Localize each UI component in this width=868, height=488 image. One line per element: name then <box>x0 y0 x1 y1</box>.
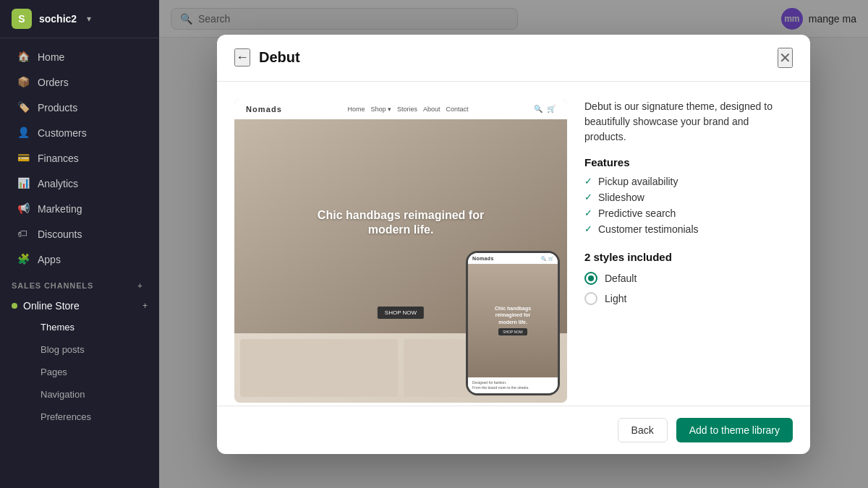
radio-circle-default <box>584 272 597 285</box>
products-icon: 🏷️ <box>17 101 30 114</box>
sidebar-item-analytics[interactable]: 📊 Analytics <box>6 171 153 196</box>
modal-footer: Back Add to theme library <box>217 406 810 454</box>
phone-brand: Nomads <box>472 256 494 261</box>
check-icon-slideshow: ✓ <box>584 192 592 202</box>
modal-close-button[interactable]: ✕ <box>778 48 793 68</box>
sidebar-header: S sochic2 ▾ <box>0 0 159 38</box>
phone-search-icon: 🔍 <box>541 256 546 261</box>
add-to-theme-library-button[interactable]: Add to theme library <box>676 418 793 442</box>
preview-nav-links: Home Shop ▾ Stories About Contact <box>347 106 468 113</box>
preview-brand: Nomads <box>246 105 282 114</box>
phone-nav: Nomads 🔍 🛒 <box>468 253 558 264</box>
modal-backdrop[interactable]: ← Debut ✕ Nomads Home Shop ▾ <box>159 0 868 488</box>
phone-shop-button[interactable]: SHOP NOW <box>498 328 527 335</box>
sidebar-item-themes[interactable]: Themes <box>29 316 153 338</box>
home-icon: 🏠 <box>17 51 30 64</box>
sidebar-item-home[interactable]: 🏠 Home <box>6 45 153 69</box>
back-button[interactable]: Back <box>618 418 668 442</box>
preview-cart-icon: 🛒 <box>547 105 556 113</box>
sidebar-item-customers[interactable]: 👤 Customers <box>6 121 153 145</box>
marketing-icon: 📢 <box>17 202 30 215</box>
style-light-radio[interactable]: Light <box>584 292 793 305</box>
sidebar-item-online-store[interactable]: Online Store + <box>0 296 159 316</box>
phone-screen: Nomads 🔍 🛒 Chic handbagsreimagined formo… <box>468 253 558 393</box>
theme-preview: Nomads Home Shop ▾ Stories About Contact… <box>234 99 567 403</box>
phone-desc: Designed for fashion.From the board room… <box>468 377 558 393</box>
sidebar-item-discounts[interactable]: 🏷 Discounts <box>6 222 153 247</box>
styles-title: 2 styles included <box>584 251 793 263</box>
sidebar-item-preferences[interactable]: Preferences <box>29 406 153 428</box>
radio-group: Default Light <box>584 272 793 305</box>
sidebar-item-pages[interactable]: Pages <box>29 361 153 383</box>
add-sales-channel-button[interactable]: + <box>133 278 148 293</box>
phone-mockup: Nomads 🔍 🛒 Chic handbagsreimagined formo… <box>466 251 560 395</box>
features-title: Features <box>584 156 793 168</box>
sales-channels-header: SALES CHANNELS + <box>0 273 159 296</box>
sidebar-item-marketing[interactable]: 📢 Marketing <box>6 197 153 221</box>
check-icon-testimonials: ✓ <box>584 223 592 234</box>
phone-cart-icon: 🛒 <box>548 256 553 261</box>
feature-testimonials: ✓ Customer testimonials <box>584 223 793 235</box>
sidebar-item-finances[interactable]: 💳 Finances <box>6 146 153 171</box>
check-icon-predictive: ✓ <box>584 207 592 218</box>
preview-hero-text: Chic handbags reimagined formodern life. <box>318 208 484 239</box>
preview-shop-now-button[interactable]: SHOP NOW <box>378 307 424 319</box>
sidebar-item-orders[interactable]: 📦 Orders <box>6 70 153 95</box>
sidebar: S sochic2 ▾ 🏠 Home 📦 Orders 🏷️ Products … <box>0 0 159 488</box>
preview-card-1 <box>240 339 398 397</box>
preview-nav: Nomads Home Shop ▾ Stories About Contact… <box>234 99 567 119</box>
phone-hero-text: Chic handbagsreimagined formodern life. <box>495 305 531 325</box>
store-dropdown-icon[interactable]: ▾ <box>87 14 91 24</box>
preview-search-icon: 🔍 <box>534 105 542 113</box>
phone-nav-icons: 🔍 🛒 <box>541 256 553 261</box>
sidebar-nav: 🏠 Home 📦 Orders 🏷️ Products 👤 Customers … <box>0 38 159 488</box>
finances-icon: 💳 <box>17 152 30 165</box>
modal-back-button[interactable]: ← <box>234 48 250 67</box>
theme-description: Debut is our signature theme, designed t… <box>584 99 793 145</box>
modal-body: Nomads Home Shop ▾ Stories About Contact… <box>217 82 810 406</box>
modal-header: ← Debut ✕ <box>217 35 810 82</box>
sidebar-item-apps[interactable]: 🧩 Apps <box>6 247 153 272</box>
check-icon-pickup: ✓ <box>584 176 592 187</box>
feature-predictive-search: ✓ Predictive search <box>584 207 793 219</box>
sidebar-item-products[interactable]: 🏷️ Products <box>6 95 153 120</box>
online-store-status-dot <box>12 303 17 309</box>
close-icon: ✕ <box>779 49 791 67</box>
feature-slideshow: ✓ Slideshow <box>584 192 793 203</box>
orders-icon: 📦 <box>17 76 30 89</box>
sidebar-subnav: Themes Blog posts Pages Navigation Prefe… <box>0 316 159 428</box>
online-store-expand-icon[interactable]: + <box>142 301 148 311</box>
feature-pickup: ✓ Pickup availability <box>584 176 793 187</box>
analytics-icon: 📊 <box>17 177 30 190</box>
radio-dot-default <box>588 275 594 281</box>
phone-hero: Chic handbagsreimagined formodern life. … <box>468 264 558 377</box>
modal-title: Debut <box>259 49 769 66</box>
style-default-radio[interactable]: Default <box>584 272 793 285</box>
sidebar-item-navigation[interactable]: Navigation <box>29 383 153 406</box>
apps-icon: 🧩 <box>17 253 30 266</box>
radio-circle-light <box>584 292 597 305</box>
online-store-left: Online Store <box>12 300 80 312</box>
store-name: sochic2 <box>39 13 77 25</box>
customers-icon: 👤 <box>17 127 30 140</box>
preview-nav-icons: 🔍 🛒 <box>534 105 556 113</box>
styles-section: 2 styles included Default Light <box>584 251 793 305</box>
features-section: Features ✓ Pickup availability ✓ Slidesh… <box>584 156 793 239</box>
sidebar-item-blog-posts[interactable]: Blog posts <box>29 338 153 361</box>
back-arrow-icon: ← <box>236 50 249 65</box>
shopify-logo: S <box>12 9 32 29</box>
theme-info: Debut is our signature theme, designed t… <box>584 99 793 388</box>
discounts-icon: 🏷 <box>17 228 30 241</box>
main-content: 🔍 mm mange ma ← Debut ✕ <box>159 0 868 488</box>
debut-modal: ← Debut ✕ Nomads Home Shop ▾ <box>217 35 810 454</box>
